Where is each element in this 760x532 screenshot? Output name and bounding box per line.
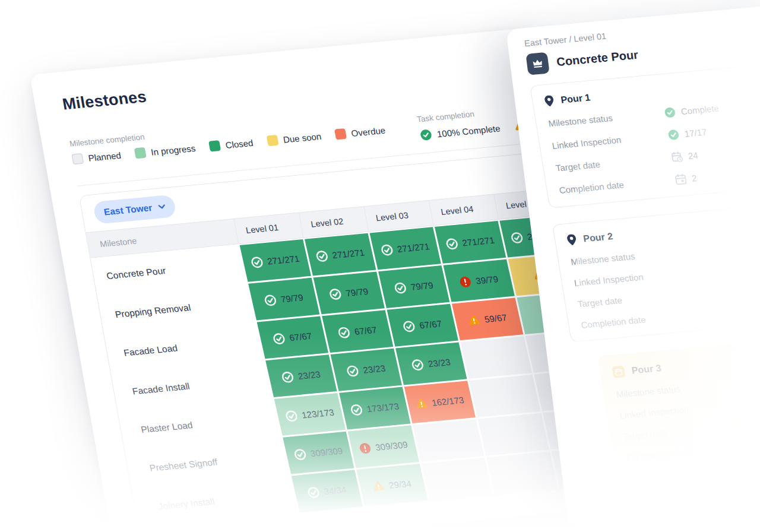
- legend-item: Planned: [71, 150, 122, 164]
- table-body: Concrete Pour 271/271 271/271 271/271 27…: [90, 214, 612, 527]
- milestone-cell[interactable]: [485, 450, 559, 495]
- cell-value: 39/79: [474, 274, 499, 286]
- milestone-cell[interactable]: [411, 418, 485, 463]
- milestone-cell[interactable]: 309/309: [346, 424, 420, 468]
- milestone-cell-status: [460, 336, 531, 379]
- legend-item-label: Planned: [87, 150, 122, 163]
- milestone-cell[interactable]: 271/271: [238, 238, 312, 283]
- milestone-cell[interactable]: 23/23: [394, 341, 468, 385]
- milestone-cell-status: 34/34: [291, 470, 362, 512]
- field-label: Target date: [555, 153, 672, 173]
- milestone-cell-status: 162/173: [404, 381, 475, 423]
- check-circle-icon: [271, 332, 287, 346]
- pour-section-header: Pour 2: [566, 216, 760, 246]
- milestone-cell-status: 67/67: [387, 303, 458, 346]
- milestone-cell-status: 67/67: [322, 310, 393, 353]
- chevron-down-icon: [157, 204, 165, 210]
- milestone-cell-status: 39/79: [443, 259, 514, 302]
- cell-value: 162/173: [430, 395, 465, 408]
- tower-selector[interactable]: East Tower: [93, 195, 177, 224]
- check-circle-icon: [379, 243, 395, 256]
- milestone-cell-status: 79/79: [313, 271, 384, 314]
- tower-selector-label: East Tower: [103, 202, 153, 217]
- milestone-cell-status: 271/271: [304, 233, 375, 276]
- milestone-cell-status: 271/271: [434, 221, 505, 264]
- field-value: 17/17: [667, 126, 707, 141]
- milestone-cell-status: 309/309: [347, 425, 419, 468]
- milestone-cell[interactable]: 123/173: [273, 392, 346, 436]
- milestone-cell-status: 123/173: [274, 392, 345, 435]
- milestone-cell[interactable]: 271/271: [368, 226, 442, 270]
- check-circle-icon: [444, 237, 460, 251]
- field-value-text: 24: [688, 150, 699, 161]
- warning-triangle-icon: [467, 314, 482, 327]
- field-label: Target date: [622, 421, 740, 442]
- milestone-cell[interactable]: 309/309: [281, 430, 355, 475]
- milestone-cell[interactable]: [459, 335, 533, 379]
- app-canvas: Milestones Milestone completion Planned …: [0, 0, 760, 532]
- pour-section-title: Pour 2: [582, 231, 613, 244]
- milestone-cell[interactable]: 59/67: [451, 296, 524, 341]
- field-value: 24: [671, 150, 699, 163]
- milestone-cell[interactable]: 23/23: [264, 353, 338, 398]
- legend-item-label: Closed: [224, 137, 254, 150]
- legend-swatch: [266, 135, 278, 146]
- pour-section-title: Pour 1: [560, 92, 591, 105]
- error-icon: [458, 275, 473, 289]
- error-icon: [357, 441, 373, 455]
- calendar-badge-icon: [612, 366, 625, 379]
- map-pin-icon: [566, 234, 577, 246]
- cell-value: 271/271: [461, 235, 496, 248]
- legend-item-label: In progress: [150, 143, 197, 157]
- legend-swatch: [208, 140, 221, 151]
- legend-swatch: [334, 128, 347, 140]
- field-label: Completion date: [626, 442, 743, 463]
- cell-value: 23/23: [427, 357, 451, 369]
- milestone-cell[interactable]: 79/79: [312, 270, 385, 315]
- pour-section-title: Pour 3: [631, 363, 661, 376]
- cell-value: 59/67: [483, 312, 508, 324]
- pour-section: Pour 2Milestone statusLinked InspectionT…: [552, 203, 760, 343]
- cell-value: 67/67: [353, 324, 378, 336]
- milestone-cell[interactable]: 67/67: [255, 315, 329, 359]
- map-pin-icon: [544, 95, 555, 107]
- milestone-cell[interactable]: [476, 412, 550, 457]
- check-circle-icon: [263, 293, 278, 307]
- milestone-cell-status: 79/79: [248, 277, 319, 320]
- milestone-cell-status: [468, 374, 540, 417]
- milestone-cell[interactable]: 29/34: [355, 463, 429, 507]
- cell-value: 23/23: [362, 363, 387, 375]
- field-label: Linked Inspection: [574, 267, 691, 288]
- warning-triangle-icon: [371, 479, 387, 493]
- milestone-cell[interactable]: 39/79: [442, 258, 515, 303]
- milestone-cell[interactable]: 34/34: [290, 468, 363, 513]
- field-label: Target date: [577, 289, 695, 309]
- check-circle-icon: [419, 128, 432, 141]
- check-circle-icon: [337, 325, 352, 339]
- legend-swatch: [134, 147, 147, 159]
- check-circle-icon: [328, 287, 343, 301]
- field-value: Complete: [663, 103, 720, 119]
- check-circle-icon: [349, 403, 365, 417]
- cell-value: 29/34: [388, 478, 412, 490]
- field-value-text: 17/17: [683, 126, 707, 138]
- milestone-cell-status: 309/309: [283, 431, 354, 474]
- milestone-cell[interactable]: [468, 373, 542, 418]
- milestone-cell-status: [477, 413, 549, 455]
- milestone-cell[interactable]: 79/79: [377, 264, 451, 309]
- milestone-cell[interactable]: 79/79: [247, 277, 321, 321]
- cell-value: 67/67: [289, 331, 313, 343]
- milestone-cell[interactable]: 162/173: [403, 379, 476, 424]
- legend-item-label: 100% Complete: [436, 123, 501, 139]
- milestone-cell[interactable]: 67/67: [321, 309, 394, 353]
- milestone-cell[interactable]: 271/271: [433, 220, 507, 264]
- milestone-cell[interactable]: 173/173: [338, 386, 411, 430]
- legend-item: Overdue: [334, 125, 386, 140]
- milestone-cell-status: [486, 451, 558, 494]
- check-circle-icon: [306, 486, 321, 499]
- milestone-cell[interactable]: 23/23: [329, 347, 403, 392]
- milestone-cell[interactable]: 67/67: [385, 303, 459, 347]
- cell-value: 271/271: [396, 241, 430, 254]
- milestone-cell[interactable]: 271/271: [303, 232, 377, 277]
- milestone-cell[interactable]: [420, 457, 493, 501]
